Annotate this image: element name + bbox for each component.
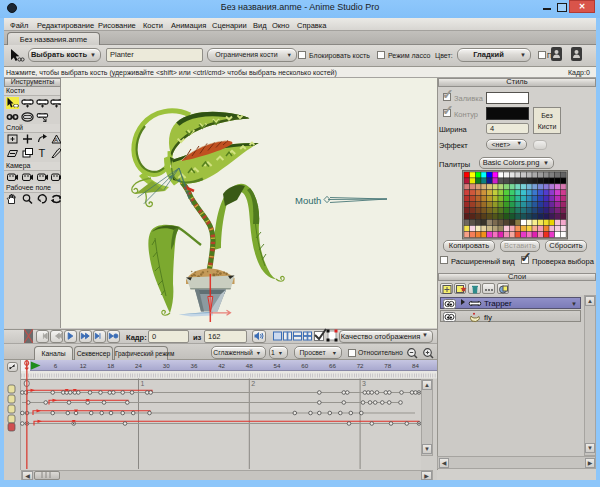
svg-text:1: 1 [141, 380, 145, 387]
svg-text:3: 3 [362, 380, 366, 387]
svg-text:2: 2 [251, 380, 255, 387]
